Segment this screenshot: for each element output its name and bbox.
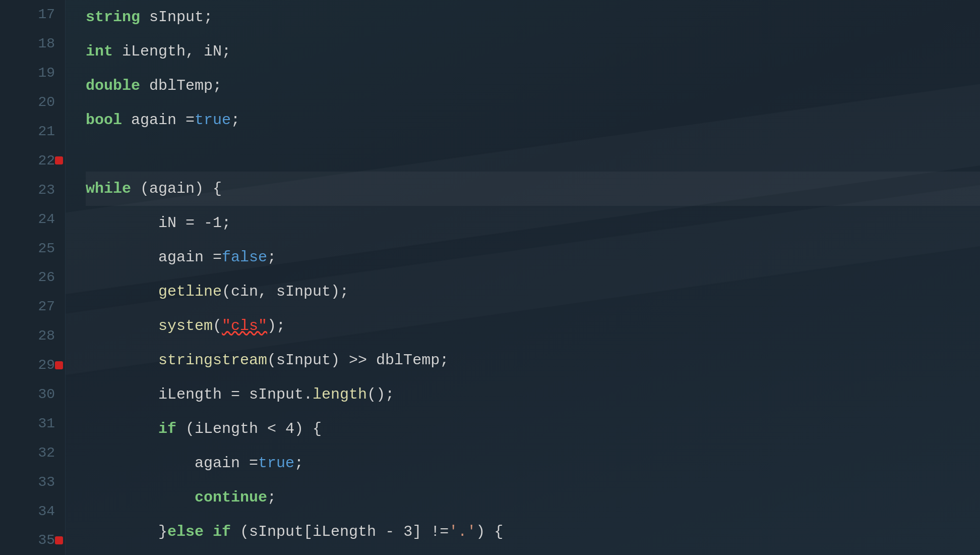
token-indent-25 [86, 284, 158, 299]
code-line-17: string sInput; [86, 0, 980, 34]
token-punct-31: ; [267, 490, 276, 505]
breakpoint-35 [55, 536, 63, 544]
token-indent-27 [86, 353, 158, 368]
token-punct-20: ; [231, 113, 240, 128]
code-editor: 17 18 19 20 21 22 23 24 25 26 27 28 29 3… [0, 0, 980, 555]
token-indent-31 [86, 490, 195, 505]
token-bool-30: true [258, 456, 294, 471]
code-line-25: getline (cin, sInput); [86, 274, 980, 309]
token-indent-30 [86, 456, 195, 471]
line-17: 17 [0, 0, 65, 29]
token-type-19: double [86, 78, 140, 93]
token-kw-22: while [86, 181, 131, 196]
token-kw-31: continue [195, 490, 267, 505]
line-number-gutter: 17 18 19 20 21 22 23 24 25 26 27 28 29 3… [0, 0, 66, 555]
breakpoint-22 [55, 156, 63, 164]
token-var-18: iLength, iN; [113, 44, 231, 59]
token-var-17: sInput; [140, 10, 213, 25]
token-var-28a: iLength = sInput. [158, 387, 313, 402]
line-18: 18 [0, 29, 65, 59]
token-type-18: int [86, 44, 113, 59]
token-type-17: string [86, 10, 140, 25]
token-var-28b: (); [367, 387, 394, 402]
code-line-29: if (iLength < 4) { [86, 412, 980, 446]
code-line-19: double dblTemp; [86, 69, 980, 103]
token-var-30a: again = [195, 456, 258, 471]
token-var-26b: ); [267, 318, 285, 334]
token-punct-24: ; [267, 250, 276, 265]
token-var-19: dblTemp; [140, 78, 222, 93]
line-26: 26 [0, 263, 65, 292]
token-kw-29: if [158, 421, 176, 436]
token-var-25: (cin, sInput); [222, 284, 349, 299]
line-30: 30 [0, 380, 65, 409]
token-indent-29 [86, 421, 158, 436]
code-line-24: again = false ; [86, 240, 980, 274]
token-fn-28: length [313, 387, 367, 402]
token-bool-20: true [195, 113, 231, 128]
code-line-20: bool again = true ; [86, 103, 980, 137]
token-var-32a: } [158, 524, 167, 539]
code-content: string sInput; int iLength, iN; double d… [66, 0, 980, 555]
line-22: 22 [0, 146, 65, 175]
code-line-22: while (again) { [86, 172, 980, 206]
code-line-33: again = true ; [86, 549, 980, 555]
line-25: 25 [0, 234, 65, 263]
token-indent-26 [86, 318, 158, 334]
code-line-26: system ( "cls" ); [86, 309, 980, 343]
line-19: 19 [0, 59, 65, 88]
token-str-32: '.' [449, 524, 476, 539]
token-fn-26: system [158, 318, 213, 334]
token-var-27: (sInput) >> dblTemp; [267, 353, 449, 368]
token-kw-32: else if [167, 524, 231, 539]
line-24: 24 [0, 204, 65, 234]
token-fn-27: stringstream [158, 353, 267, 368]
code-line-27: stringstream (sInput) >> dblTemp; [86, 343, 980, 377]
code-line-28: iLength = sInput. length (); [86, 377, 980, 412]
line-20: 20 [0, 88, 65, 117]
line-32: 32 [0, 438, 65, 467]
line-21: 21 [0, 117, 65, 146]
code-line-32: } else if (sInput[iLength - 3] != '.' ) … [86, 515, 980, 549]
line-29: 29 [0, 351, 65, 380]
token-var-22: (again) { [131, 181, 222, 196]
token-var-32c: ) { [476, 524, 503, 539]
token-type-20: bool [86, 113, 122, 128]
token-punct-30: ; [294, 456, 303, 471]
token-fn-25: getline [158, 284, 222, 299]
code-line-18: int iLength, iN; [86, 34, 980, 69]
token-var-24a: again = [86, 250, 222, 265]
line-31: 31 [0, 409, 65, 438]
token-var-32b: (sInput[iLength - 3] != [231, 524, 449, 539]
line-33: 33 [0, 467, 65, 496]
token-str-26: "cls" [222, 318, 267, 334]
token-var-29: (iLength < 4) { [176, 421, 322, 436]
line-34: 34 [0, 496, 65, 526]
breakpoint-29 [55, 361, 63, 369]
code-line-23: iN = -1; [86, 206, 980, 240]
line-23: 23 [0, 175, 65, 204]
token-bool-24: false [222, 250, 267, 265]
code-line-21 [86, 137, 980, 172]
token-indent-32 [86, 524, 158, 539]
token-var-26a: ( [213, 318, 222, 334]
token-indent-28 [86, 387, 158, 402]
token-var-23: iN = -1; [86, 215, 231, 231]
token-var-20a: again = [122, 113, 195, 128]
line-35: 35 [0, 526, 65, 555]
line-27: 27 [0, 292, 65, 321]
line-28: 28 [0, 321, 65, 351]
code-line-30: again = true ; [86, 446, 980, 480]
code-line-31: continue ; [86, 480, 980, 515]
